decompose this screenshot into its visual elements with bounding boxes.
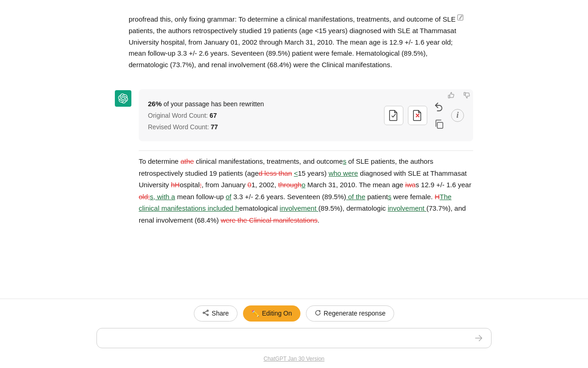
share-button[interactable]: Share <box>194 305 237 322</box>
svg-point-4 <box>207 310 208 311</box>
inserted-text-s-with-a: s, with a <box>150 193 175 201</box>
message-input[interactable] <box>103 334 469 342</box>
regenerate-icon <box>315 310 321 317</box>
revised-count-label: Revised Word Count: <box>148 123 209 131</box>
inserted-text-involvement1: involvement <box>280 204 318 212</box>
undo-btn[interactable] <box>432 99 447 114</box>
regenerate-button[interactable]: Regenerate response <box>306 305 395 322</box>
edited-text: To determine athe clinical manifestation… <box>139 155 473 230</box>
deleted-text-old-semi: old; <box>139 193 150 201</box>
deleted-text-01: 0 <box>248 181 251 189</box>
svg-line-7 <box>204 311 207 312</box>
inserted-text-to: o <box>301 181 305 189</box>
reject-changes-btn[interactable] <box>408 106 427 125</box>
thumbs-down-btn[interactable] <box>461 89 473 103</box>
inserted-text-s2: s <box>388 193 391 201</box>
input-area <box>87 328 501 352</box>
svg-point-6 <box>203 312 204 313</box>
input-box <box>96 328 492 348</box>
svg-rect-1 <box>437 122 443 128</box>
ai-content: 26% of your passage has been rewritten O… <box>139 89 473 231</box>
original-count-label: Original Word Count: <box>148 112 208 119</box>
deleted-text-through: through <box>278 181 302 189</box>
ai-response: 26% of your passage has been rewritten O… <box>115 80 473 240</box>
thumbs-up-btn[interactable] <box>446 89 458 103</box>
deleted-text-iwa: iwa <box>405 181 416 189</box>
pencil-icon: ✏️ <box>251 310 259 317</box>
copy-btn[interactable] <box>432 117 447 132</box>
stats-left: 26% of your passage has been rewritten O… <box>148 98 264 133</box>
svg-line-8 <box>204 313 207 315</box>
send-button[interactable] <box>473 333 485 343</box>
original-count-value: 67 <box>209 112 217 119</box>
footer-version[interactable]: ChatGPT Jan 30 Version <box>0 352 588 368</box>
action-buttons: Share ✏️ Editing On Regenerate response <box>0 299 588 328</box>
deleted-text-H: H <box>435 193 440 201</box>
stats-box: 26% of your passage has been rewritten O… <box>139 89 473 142</box>
inserted-text-who-were: who were <box>328 169 358 177</box>
share-icon <box>203 310 209 317</box>
regenerate-label: Regenerate response <box>324 310 386 317</box>
deleted-text-athe: athe <box>181 157 194 165</box>
inserted-text-involvement2: involvement <box>388 204 426 212</box>
inserted-text-of: of <box>226 193 232 201</box>
rewrite-percent: 26% <box>148 100 162 108</box>
editing-on-label: Editing On <box>262 310 292 317</box>
svg-point-5 <box>207 314 208 316</box>
feedback-icons <box>446 89 473 103</box>
rewrite-percent-label: of your passage has been rewritten <box>164 100 264 108</box>
inserted-text-lt: < <box>294 169 298 177</box>
editing-on-button[interactable]: ✏️ Editing On <box>243 305 300 322</box>
deleted-text-were-clinical: were the Clinical manifestations <box>220 216 317 224</box>
stats-icons: i <box>384 99 464 132</box>
svg-rect-2 <box>448 95 450 98</box>
inserted-text-s: s <box>343 157 346 165</box>
icon-group-right <box>432 99 447 132</box>
inserted-text-of-the: of the <box>346 193 366 201</box>
revised-count-value: 77 <box>211 123 218 131</box>
deleted-text-hH: hH <box>171 181 180 189</box>
deleted-text-d: d less than <box>259 169 292 177</box>
user-message-text: proofread this, only fixing grammar: To … <box>129 14 459 71</box>
ai-avatar <box>115 90 131 107</box>
deleted-text-semi: ; <box>200 181 202 189</box>
share-label: Share <box>212 310 229 317</box>
accept-changes-btn[interactable] <box>384 106 403 125</box>
svg-rect-3 <box>464 92 465 95</box>
bottom-bar: Share ✏️ Editing On Regenerate response <box>0 299 588 368</box>
edit-icon[interactable] <box>457 14 464 24</box>
user-message-area: proofread this, only fixing grammar: To … <box>119 0 469 80</box>
info-btn[interactable]: i <box>451 109 464 122</box>
divider <box>139 150 473 151</box>
